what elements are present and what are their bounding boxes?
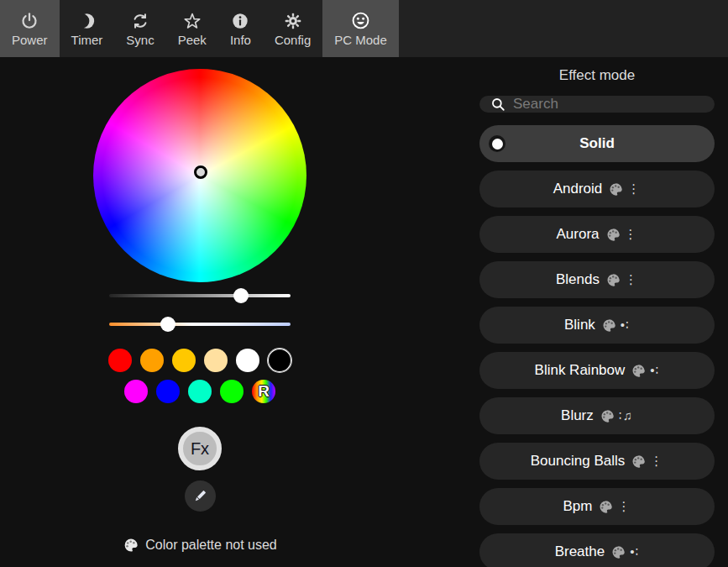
effect-item-android[interactable]: Android⋮: [479, 171, 715, 207]
fx-button[interactable]: Fx: [178, 427, 222, 470]
effect-usage-dots: •∶: [630, 544, 639, 559]
effect-item-solid[interactable]: Solid: [479, 125, 715, 162]
quick-colors-row-1: [108, 349, 291, 372]
effect-search-box[interactable]: [479, 96, 715, 113]
effect-usage-dots: ⋮: [627, 181, 641, 197]
effect-item-blends[interactable]: Blends⋮: [479, 261, 715, 298]
white-balance-slider-track[interactable]: [109, 323, 291, 326]
effect-flags: ⋮: [608, 181, 641, 197]
effect-name: Blink: [564, 317, 595, 333]
color-swatch-r2-3[interactable]: [220, 380, 244, 403]
pencil-icon: [192, 488, 208, 504]
color-swatch-r2-1[interactable]: [156, 380, 180, 403]
effect-name: Blink Rainbow: [535, 362, 626, 379]
power-icon: [20, 11, 39, 31]
color-sliders: [109, 287, 291, 333]
value-slider-thumb[interactable]: [233, 288, 249, 303]
color-swatch-r2-0[interactable]: [124, 380, 148, 403]
value-slider[interactable]: [109, 287, 291, 304]
color-wheel-selector[interactable]: [194, 165, 207, 179]
palette-icon: [631, 363, 647, 379]
effect-name: Aurora: [556, 226, 599, 243]
color-swatch-r2-2[interactable]: [188, 380, 212, 403]
timer-icon: [77, 11, 96, 31]
toolbar-button-config[interactable]: Config: [263, 0, 322, 57]
toolbar-button-label: PC Mode: [334, 34, 387, 47]
palette-icon: [605, 227, 621, 243]
effect-flags: ⋮: [605, 272, 638, 288]
palette-icon: [610, 544, 626, 560]
toolbar-button-info[interactable]: Info: [218, 0, 263, 57]
toolbar-button-label: Timer: [71, 34, 103, 47]
toolbar-button-label: Power: [12, 34, 48, 47]
effects-panel-title: Effect mode: [479, 67, 715, 84]
toolbar-button-timer[interactable]: Timer: [60, 0, 115, 57]
toolbar-button-label: Sync: [126, 34, 154, 47]
white-balance-slider-thumb[interactable]: [160, 317, 175, 332]
effect-item-blink-rainbow[interactable]: Blink Rainbow•∶: [479, 352, 715, 389]
color-wheel[interactable]: [93, 69, 306, 282]
effect-name: Bouncing Balls: [531, 453, 625, 470]
toolbar-button-label: Peek: [178, 34, 207, 47]
effect-item-aurora[interactable]: Aurora⋮: [479, 216, 715, 253]
fx-button-label: Fx: [191, 440, 209, 457]
effect-item-bpm[interactable]: Bpm⋮: [479, 488, 715, 525]
palette-icon: [608, 181, 624, 197]
toolbar-button-power[interactable]: Power: [0, 0, 60, 57]
palette-icon: [631, 454, 647, 470]
color-swatch-r1-1[interactable]: [140, 349, 164, 372]
effect-usage-dots: ⋮: [650, 454, 663, 469]
palette-icon: [601, 318, 617, 333]
selected-effect-radio-icon: [489, 135, 505, 152]
effect-search-input[interactable]: [513, 96, 704, 113]
palette-icon: [123, 537, 139, 554]
search-icon: [490, 97, 505, 112]
effect-usage-dots: ⋮: [625, 227, 638, 242]
toolbar-button-pc-mode[interactable]: PC Mode: [322, 0, 399, 57]
effect-flags: ⋮: [598, 499, 631, 515]
effect-flags: ⋮: [631, 454, 663, 470]
effect-item-breathe[interactable]: Breathe•∶: [479, 533, 715, 567]
main-area: R Fx Color palette not used Effect mod: [0, 57, 728, 567]
top-toolbar: PowerTimerSyncPeekInfoConfigPC Mode: [0, 0, 728, 57]
effect-name: Bpm: [563, 498, 593, 515]
edit-pencil-button[interactable]: [185, 480, 216, 512]
effect-name: Android: [553, 181, 603, 197]
color-swatch-r1-3[interactable]: [204, 349, 228, 372]
toolbar-button-sync[interactable]: Sync: [114, 0, 165, 57]
color-swatch-r1-0[interactable]: [108, 349, 132, 372]
effect-item-bouncing-balls[interactable]: Bouncing Balls⋮: [479, 443, 715, 480]
effect-name: Solid: [579, 135, 615, 152]
effect-item-blurz[interactable]: Blurz∶♫: [479, 397, 715, 434]
effect-item-blink[interactable]: Blink•∶: [479, 307, 715, 344]
quick-colors-row-2: R: [124, 380, 275, 403]
sync-icon: [131, 11, 149, 31]
value-slider-track[interactable]: [109, 294, 291, 297]
effect-flags: •∶: [601, 318, 630, 333]
info-icon: [231, 11, 249, 31]
effects-panel: Effect mode SolidAndroid⋮Aurora⋮Blends⋮B…: [470, 57, 728, 567]
effect-name: Blurz: [561, 407, 594, 424]
effect-flags: •∶: [631, 363, 659, 379]
palette-status-text: Color palette not used: [145, 538, 277, 553]
pc-mode-icon: [351, 11, 370, 31]
effect-usage-dots: •∶: [621, 318, 630, 333]
random-color-swatch[interactable]: R: [252, 380, 275, 403]
effect-flags: ⋮: [605, 227, 638, 243]
effect-usage-dots: ⋮: [617, 499, 631, 514]
effect-list: SolidAndroid⋮Aurora⋮Blends⋮Blink•∶Blink …: [479, 125, 715, 567]
white-balance-slider[interactable]: [109, 316, 291, 333]
toolbar-button-peek[interactable]: Peek: [166, 0, 218, 57]
toolbar-button-label: Config: [275, 34, 311, 47]
effect-name: Blends: [556, 271, 600, 288]
palette-icon: [605, 272, 621, 288]
effect-usage-dots: ⋮: [625, 272, 638, 287]
color-picker-panel: R Fx Color palette not used: [0, 57, 400, 567]
peek-icon: [183, 11, 202, 31]
palette-status-note: Color palette not used: [123, 537, 277, 554]
toolbar-button-label: Info: [230, 34, 251, 47]
palette-icon: [600, 408, 615, 424]
color-swatch-r1-5[interactable]: [268, 349, 291, 372]
color-swatch-r1-2[interactable]: [172, 349, 196, 372]
color-swatch-r1-4[interactable]: [236, 349, 259, 372]
